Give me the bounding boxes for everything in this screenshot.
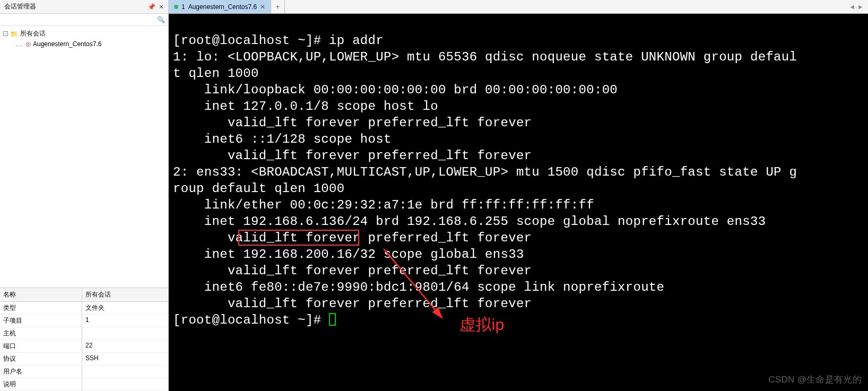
term-line: roup default qlen 1000	[173, 181, 344, 196]
terminal[interactable]: [root@localhost ~]# ip addr 1: lo: <LOOP…	[169, 14, 868, 391]
status-dot-connected-icon	[174, 5, 178, 9]
session-icon: ◎	[25, 40, 31, 48]
session-tree: - 📁 所有会话 ◎ Augenestern_Centos7.6	[0, 26, 168, 288]
tab-next-icon[interactable]: ►	[857, 3, 864, 11]
prompt: [root@localhost ~]#	[173, 33, 329, 48]
term-line: inet6 ::1/128 scope host	[173, 132, 399, 146]
property-key: 协议	[0, 353, 82, 365]
main-area: 1 Augenestern_Centos7.6 ✕ + ◄ ► [root@lo…	[169, 0, 868, 391]
term-line: valid_lft forever preferred_lft forever	[173, 149, 532, 163]
term-line: 2: ens33: <BROADCAST,MULTICAST,UP,LOWER_…	[173, 165, 797, 179]
property-value	[82, 327, 168, 340]
property-key: 用户名	[0, 366, 82, 378]
session-manager-sidebar: 会话管理器 📌 ✕ 🔍 - 📁 所有会话 ◎ Augenestern_Cento…	[0, 0, 169, 391]
term-line: 1: lo: <LOOPBACK,UP,LOWER_UP> mtu 65536 …	[173, 50, 797, 64]
collapse-icon[interactable]: -	[3, 31, 8, 36]
tab-prev-icon[interactable]: ◄	[849, 3, 855, 11]
tab-add-button[interactable]: +	[271, 0, 285, 13]
tree-session-item[interactable]: ◎ Augenestern_Centos7.6	[0, 39, 168, 49]
property-key: 类型	[0, 302, 82, 314]
term-line: valid_lft forever preferred_lft forever	[173, 264, 532, 278]
sidebar-header: 会话管理器 📌 ✕	[0, 0, 168, 14]
term-line: inet 127.0.0.1/8 scope host lo	[173, 99, 438, 114]
sidebar-title: 会话管理器	[4, 2, 36, 11]
folder-icon: 📁	[10, 30, 18, 38]
term-line: inet 192.168.200.16/32 scope global ens3…	[173, 247, 524, 262]
search-input[interactable]	[0, 14, 168, 25]
term-line: t qlen 1000	[173, 66, 259, 81]
term-line: valid_lft forever preferred_lft forever	[173, 297, 532, 311]
tab-active[interactable]: 1 Augenestern_Centos7.6 ✕	[169, 0, 271, 13]
watermark: CSDN @生命是有光的	[768, 371, 862, 388]
tab-strip: 1 Augenestern_Centos7.6 ✕ + ◄ ►	[169, 0, 868, 14]
term-line: link/ether 00:0c:29:32:a7:1e brd ff:ff:f…	[173, 198, 594, 212]
property-key: 说明	[0, 378, 82, 390]
prop-header-key: 名称	[0, 288, 82, 301]
property-value	[82, 378, 168, 390]
pin-icon[interactable]: 📌	[147, 3, 155, 11]
prop-header-val: 所有会话	[82, 288, 168, 301]
property-key: 主机	[0, 327, 82, 340]
tree-root-label: 所有会话	[20, 29, 46, 38]
cursor-icon	[329, 313, 336, 326]
property-row: 类型文件夹	[0, 302, 168, 315]
properties-panel: 名称 所有会话 类型文件夹子项目1主机端口22协议SSH用户名说明	[0, 288, 168, 391]
command: ip addr	[329, 33, 384, 48]
property-row: 说明	[0, 378, 168, 391]
close-icon[interactable]: ✕	[159, 3, 164, 11]
property-value: 文件夹	[82, 302, 168, 314]
property-row: 用户名	[0, 366, 168, 378]
term-line: link/loopback 00:00:00:00:00:00 brd 00:0…	[173, 83, 618, 97]
property-key: 子项目	[0, 315, 82, 327]
tab-nav: ◄ ►	[845, 0, 868, 13]
tab-close-icon[interactable]: ✕	[260, 3, 265, 11]
tree-line	[16, 42, 22, 46]
tree-session-label: Augenestern_Centos7.6	[33, 40, 101, 48]
annotation-box	[238, 230, 359, 246]
property-value	[82, 366, 168, 378]
sidebar-search: 🔍	[0, 14, 168, 26]
property-value: 1	[82, 315, 168, 327]
property-value: 22	[82, 340, 168, 352]
term-line: valid_lft forever preferred_lft forever	[173, 116, 532, 130]
search-icon[interactable]: 🔍	[157, 16, 165, 23]
tab-index: 1	[181, 3, 185, 11]
property-value: SSH	[82, 353, 168, 365]
term-line: inet 192.168.6.136/24 brd 192.168.6.255 …	[173, 214, 766, 229]
tab-label: Augenestern_Centos7.6	[188, 3, 257, 11]
property-row: 子项目1	[0, 315, 168, 327]
term-line: inet6 fe80::de7e:9990:bdc1:9801/64 scope…	[173, 280, 672, 294]
property-row: 协议SSH	[0, 353, 168, 366]
property-key: 端口	[0, 340, 82, 352]
property-row: 主机	[0, 327, 168, 340]
annotation-label: 虚拟ip	[459, 316, 505, 333]
property-row: 端口22	[0, 340, 168, 353]
properties-header: 名称 所有会话	[0, 288, 168, 302]
prompt: [root@localhost ~]#	[173, 313, 329, 327]
tree-root[interactable]: - 📁 所有会话	[0, 28, 168, 39]
